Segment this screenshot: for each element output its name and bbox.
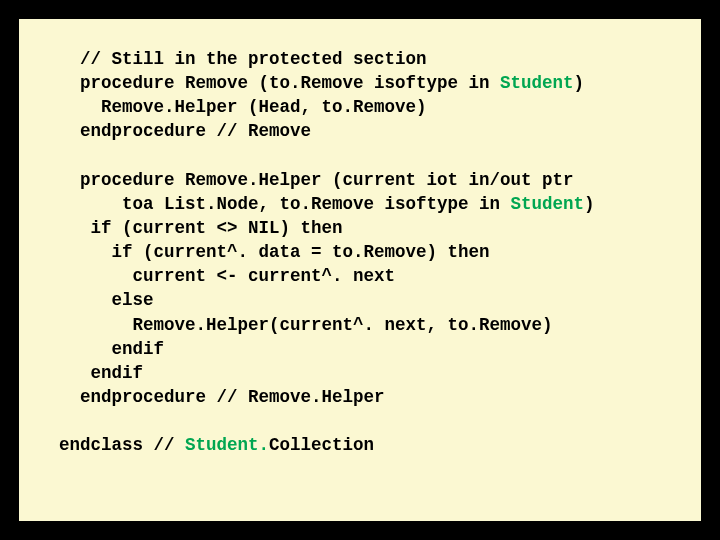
code-line: if (current^. data = to.Remove) then bbox=[59, 242, 490, 262]
code-line: endclass // bbox=[59, 435, 185, 455]
code-line: // Still in the protected section bbox=[59, 49, 427, 69]
code-line: endprocedure // Remove bbox=[59, 121, 311, 141]
code-block: // Still in the protected section proced… bbox=[59, 47, 677, 457]
code-line: current <- current^. next bbox=[59, 266, 395, 286]
code-line: toa List.Node, to.Remove isoftype in bbox=[59, 194, 511, 214]
keyword-student-collection-part2: Collection bbox=[269, 435, 374, 455]
code-line: endif bbox=[59, 363, 143, 383]
code-line: procedure Remove.Helper (current iot in/… bbox=[59, 170, 574, 190]
code-line: ) bbox=[574, 73, 585, 93]
code-line: Remove.Helper (Head, to.Remove) bbox=[59, 97, 427, 117]
code-line: endprocedure // Remove.Helper bbox=[59, 387, 385, 407]
code-line: ) bbox=[584, 194, 595, 214]
code-slide-frame: // Still in the protected section proced… bbox=[16, 16, 704, 524]
code-line: Remove.Helper(current^. next, to.Remove) bbox=[59, 315, 553, 335]
code-line: endif bbox=[59, 339, 164, 359]
keyword-student-collection-part1: Student. bbox=[185, 435, 269, 455]
code-line: else bbox=[59, 290, 154, 310]
code-line: procedure Remove (to.Remove isoftype in bbox=[59, 73, 500, 93]
keyword-student: Student bbox=[511, 194, 585, 214]
code-line: if (current <> NIL) then bbox=[59, 218, 343, 238]
keyword-student: Student bbox=[500, 73, 574, 93]
